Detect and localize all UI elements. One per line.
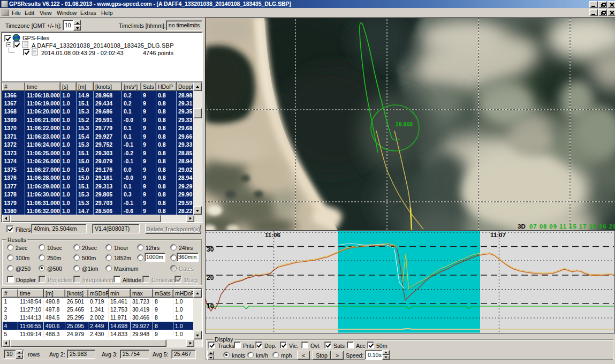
svg-text:07 08 09 11 15 17 19 26 28: 07 08 09 11 15 17 19 26 28	[529, 223, 615, 230]
svg-text:30: 30	[207, 246, 214, 253]
svg-text:3D: 3D	[518, 223, 526, 230]
svg-text:10: 10	[207, 302, 214, 310]
svg-text:11:06: 11:06	[265, 232, 280, 238]
svg-text:20: 20	[207, 274, 214, 282]
svg-text:28.968: 28.968	[396, 121, 413, 127]
svg-text:11:07: 11:07	[490, 232, 506, 238]
